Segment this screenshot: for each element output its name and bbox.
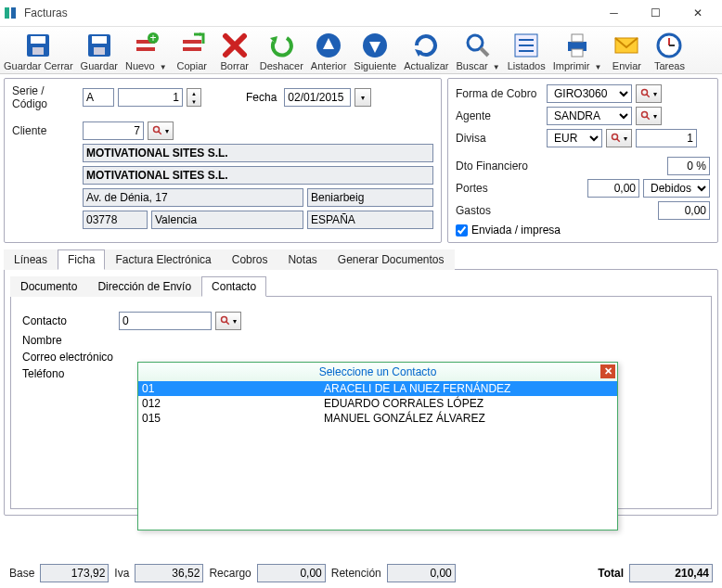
sub-tabs: DocumentoDirección de EnvíoContacto [10,276,712,297]
contacto-popup: Seleccione un Contacto ✕ 01ARACELI DE LA… [137,362,618,530]
popup-close-button[interactable]: ✕ [600,364,615,378]
retencion-label: Retención [331,567,381,580]
print-icon [562,31,592,60]
toolbar-buscar[interactable]: Buscar ▼ [453,29,504,71]
tab-generar-documentos[interactable]: Generar Documentos [328,249,455,270]
fecha-input[interactable] [284,88,351,107]
gastos-input[interactable] [658,201,710,220]
tab-notas[interactable]: Notas [277,249,327,270]
svg-line-38 [226,322,229,325]
minimize-button[interactable]: ─ [593,0,635,26]
cliente-cp [83,211,148,229]
new-icon: + [131,31,161,60]
toolbar-imprimir[interactable]: Imprimir ▼ [549,29,606,71]
popup-title: Seleccione un Contacto ✕ [138,363,617,381]
agente-search-button[interactable]: ▾ [636,107,662,125]
svg-line-30 [159,132,161,134]
tab-factura-electrónica[interactable]: Factura Electrónica [105,249,221,270]
toolbar-copiar[interactable]: Copiar [171,29,213,71]
formacobro-search-button[interactable]: ▾ [636,84,662,103]
tab-líneas[interactable]: Líneas [4,249,58,270]
cliente-codigo-input[interactable] [83,121,144,140]
svg-point-35 [612,134,618,140]
divisa-search-button[interactable]: ▾ [606,129,632,147]
contacto-search-button[interactable]: ▾ [215,312,241,330]
serie-input[interactable] [83,88,114,107]
cliente-nombre2 [83,166,433,185]
tab-ficha[interactable]: Ficha [58,249,105,270]
toolbar-anterior[interactable]: Anterior [307,29,351,71]
recargo-label: Recargo [209,567,251,580]
enviada-checkbox-row: Enviada / impresa [456,224,710,236]
portes-input[interactable] [587,179,639,198]
main-toolbar: Guardar CerrarGuardar+Nuevo ▼CopiarBorra… [0,26,722,74]
toolbar-actualizar[interactable]: Actualizar [400,29,452,71]
agente-select[interactable]: SANDRA [547,107,632,125]
dto-input[interactable] [667,157,710,175]
toolbar-guardar[interactable]: Guardar [77,29,122,71]
tab-cobros[interactable]: Cobros [222,249,278,270]
delete-icon [220,31,250,60]
svg-point-37 [222,317,227,323]
portes-label: Portes [456,182,543,195]
cliente-search-button[interactable]: ▾ [148,121,174,140]
divisa-rate-input[interactable] [636,129,697,147]
nombre-label: Nombre [22,334,115,347]
svg-line-36 [617,139,620,142]
numero-input[interactable] [118,88,183,107]
total-value: 210,44 [629,564,713,582]
svg-rect-6 [92,36,107,44]
formacobro-label: Forma de Cobro [456,87,543,100]
toolbar-siguiente[interactable]: Siguiente [350,29,400,71]
popup-list[interactable]: 01ARACELI DE LA NUEZ FERNÁNDEZ012EDUARDO… [138,381,617,530]
svg-rect-1 [11,7,16,19]
fecha-label: Fecha [246,91,277,104]
cliente-label: Cliente [12,124,79,137]
subtab-dirección-de-envío[interactable]: Dirección de Envío [87,276,201,297]
svg-point-33 [642,112,648,118]
svg-line-34 [647,117,650,120]
svg-text:+: + [150,32,157,45]
popup-row[interactable]: 01ARACELI DE LA NUEZ FERNÁNDEZ [138,381,617,396]
enviada-label: Enviada / impresa [471,224,561,236]
toolbar-listados[interactable]: Listados [504,29,549,71]
main-tabs: LíneasFichaFactura ElectrónicaCobrosNota… [4,249,718,270]
refresh-icon [411,31,441,60]
fecha-picker-button[interactable]: ▾ [355,88,371,107]
toolbar-tareas[interactable]: Tareas [648,29,690,71]
numero-spinner[interactable]: ▲▼ [187,88,201,107]
contacto-codigo-input[interactable] [119,312,212,330]
app-logo-icon [4,6,19,20]
svg-rect-9 [136,47,155,51]
divisa-select[interactable]: EUR [547,129,602,147]
svg-line-17 [481,48,488,56]
next-icon [360,31,390,60]
iva-value [135,564,203,582]
base-label: Base [9,567,34,580]
search-icon [463,31,493,60]
enviada-checkbox[interactable] [456,224,468,236]
subtab-contacto[interactable]: Contacto [201,276,266,297]
toolbar-nuevo[interactable]: +Nuevo ▼ [122,29,171,71]
popup-row[interactable]: 015MANUEL GONZÁLEZ ÁLVAREZ [138,411,617,426]
popup-row[interactable]: 012EDUARDO CORRALES LÓPEZ [138,396,617,411]
close-button[interactable]: ✕ [677,0,718,26]
dto-label: Dto Financiero [456,160,543,173]
svg-rect-23 [572,34,583,42]
maximize-button[interactable]: ☐ [635,0,677,26]
cliente-pais [307,211,433,229]
serie-label: Serie / Código [12,84,79,110]
save-icon [23,31,53,60]
cliente-provincia [151,211,303,229]
recargo-value [257,564,326,582]
toolbar-borrar[interactable]: Borrar [213,29,256,71]
svg-point-31 [642,90,648,96]
subtab-documento[interactable]: Documento [10,276,87,297]
portes-mode-select[interactable]: Debidos [643,179,710,198]
svg-rect-0 [5,7,9,19]
agente-label: Agente [456,109,543,122]
toolbar-enviar[interactable]: Enviar [605,29,648,71]
toolbar-guardar-cerrar[interactable]: Guardar Cerrar [0,29,77,71]
formacobro-select[interactable]: GIRO3060 [547,84,632,103]
toolbar-deshacer[interactable]: Deshacer [256,29,307,71]
